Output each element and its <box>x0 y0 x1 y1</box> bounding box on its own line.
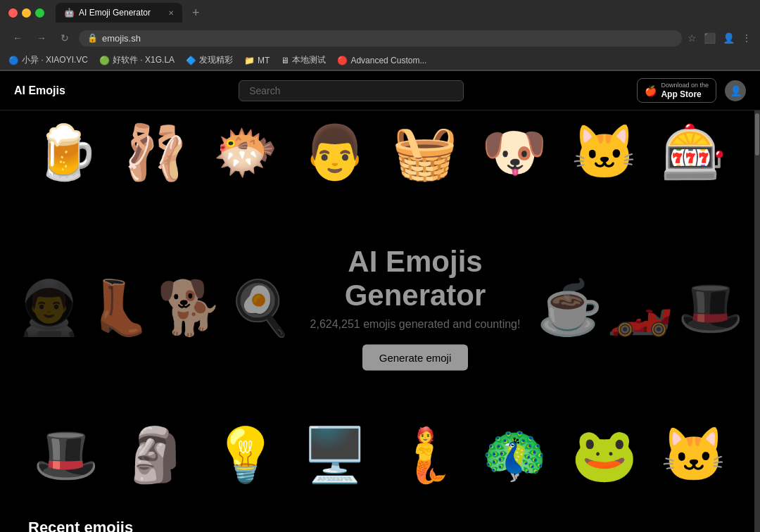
app-wrapper: AI Emojis 🍎 Download on the App Store 👤 … <box>0 71 760 532</box>
emoji-blue-hat[interactable]: 🎩 <box>31 420 101 490</box>
recent-title: Recent emojis <box>28 519 732 532</box>
bookmark-label-1: 好软件 · X1G.LA <box>113 54 175 66</box>
app-store-download-label: Download on the <box>661 82 709 89</box>
active-tab[interactable]: 🤖 AI Emoji Generator ✕ <box>56 3 182 23</box>
close-button[interactable] <box>8 8 18 18</box>
bookmark-icon-2: 🔷 <box>186 56 196 65</box>
hero-title: AI Emojis Generator <box>296 245 535 312</box>
emoji-peacock-feather[interactable]: 🦚 <box>479 420 550 490</box>
search-input[interactable] <box>239 80 464 101</box>
bookmark-faxian[interactable]: 🔷 发现精彩 <box>186 54 233 66</box>
main-content[interactable]: 🍺 🩰 🐡 👨 🧺 🐶 🐱 🎰 👨‍🚀 👢 🐕 🍳 AI Emojis Gene… <box>0 110 760 532</box>
emoji-dog-headphones[interactable]: 🐕 <box>155 272 225 343</box>
title-bar: 🤖 AI Emoji Generator ✕ + <box>0 0 760 25</box>
hero-section: 👨‍🚀 👢 🐕 🍳 AI Emojis Generator 2,624,251 … <box>0 202 760 413</box>
browser-chrome: 🤖 AI Emoji Generator ✕ + ← → ↻ 🔒 emojis.… <box>0 0 760 71</box>
emoji-top-hat-man[interactable]: 🎩 <box>676 272 746 343</box>
emoji-astronaut[interactable]: 👨‍🚀 <box>14 272 84 343</box>
emoji-fish[interactable]: 🐡 <box>210 118 281 188</box>
bookmark-icon-4: 🖥 <box>281 56 289 65</box>
emoji-row-2-bg: 👨‍🚀 👢 🐕 🍳 AI Emojis Generator 2,624,251 … <box>0 224 760 392</box>
app-store-text: Download on the App Store <box>661 82 709 99</box>
nav-icons: ☆ ⬛ 👤 ⋮ <box>688 32 752 44</box>
emoji-boot[interactable]: 👢 <box>84 272 155 343</box>
tab-area: 🤖 AI Emoji Generator ✕ + <box>56 3 205 23</box>
tab-favicon: 🤖 <box>64 8 75 18</box>
bookmark-label-0: 小异 · XIAOYI.VC <box>22 54 88 66</box>
emoji-egg[interactable]: 🍳 <box>225 272 296 343</box>
tab-title: AI Emoji Generator <box>79 8 151 18</box>
emoji-cat-hat[interactable]: 🐱 <box>569 118 640 188</box>
apple-icon: 🍎 <box>645 85 657 96</box>
app-store-label: App Store <box>661 89 701 99</box>
emoji-frog-soldier[interactable]: 🐸 <box>569 420 640 490</box>
profile-icon[interactable]: 👤 <box>723 32 735 44</box>
emoji-mermaid[interactable]: 🧜 <box>390 420 460 490</box>
minimize-button[interactable] <box>22 8 31 18</box>
bookmark-label-2: 发现精彩 <box>199 54 233 66</box>
emoji-section-bottom: 🎩 🗿 💡 🖥️ 🧜 🦚 🐸 🐱 <box>0 413 760 505</box>
bookmark-local[interactable]: 🖥 本地测试 <box>281 54 326 66</box>
search-container <box>65 80 638 101</box>
maximize-button[interactable] <box>35 8 44 18</box>
hero-subtitle: 2,624,251 emojis generated and counting! <box>296 318 535 331</box>
emoji-cat-2[interactable]: 🐱 <box>659 420 729 490</box>
forward-button[interactable]: → <box>32 31 51 45</box>
bookmark-mt[interactable]: 📁 MT <box>244 56 270 65</box>
emoji-machine[interactable]: 🎰 <box>659 118 729 188</box>
nav-bar: ← → ↻ 🔒 emojis.sh ☆ ⬛ 👤 ⋮ <box>0 25 760 51</box>
emoji-row-1: 🍺 🩰 🐡 👨 🧺 🐶 🐱 🎰 <box>0 118 760 188</box>
scroll-thumb <box>755 113 759 156</box>
url-display: emojis.sh <box>102 33 141 44</box>
emoji-lightbulb[interactable]: 💡 <box>210 420 281 490</box>
tab-close-button[interactable]: ✕ <box>168 9 174 17</box>
emoji-man[interactable]: 👨 <box>300 118 370 188</box>
bookmark-icon-0: 🔵 <box>8 56 19 65</box>
emoji-coffee-machine[interactable]: ☕ <box>535 272 605 343</box>
app-store-button[interactable]: 🍎 Download on the App Store <box>637 78 716 103</box>
emoji-row-3: 🎩 🗿 💡 🖥️ 🧜 🦚 🐸 🐱 <box>0 420 760 490</box>
bookmark-advanced[interactable]: 🔴 Advanced Custom... <box>337 56 426 65</box>
menu-icon[interactable]: ⋮ <box>742 32 752 44</box>
header-right: 🍎 Download on the App Store 👤 <box>637 78 746 103</box>
bookmark-icon-5: 🔴 <box>337 56 348 65</box>
emoji-section-top: 🍺 🩰 🐡 👨 🧺 🐶 🐱 🎰 <box>0 110 760 202</box>
back-button[interactable]: ← <box>8 31 27 45</box>
new-tab-button[interactable]: + <box>186 6 205 20</box>
window-controls <box>8 8 44 18</box>
bookmarks-bar: 🔵 小异 · XIAOYI.VC 🟢 好软件 · X1G.LA 🔷 发现精彩 📁… <box>0 51 760 70</box>
generate-button[interactable]: Generate emoji <box>362 345 469 371</box>
bookmark-icon[interactable]: ☆ <box>688 32 697 44</box>
user-avatar[interactable]: 👤 <box>725 80 746 101</box>
bookmark-xiaoyi[interactable]: 🔵 小异 · XIAOYI.VC <box>8 54 88 66</box>
address-bar[interactable]: 🔒 emojis.sh <box>79 30 682 46</box>
hero-content: AI Emojis Generator 2,624,251 emojis gen… <box>296 224 535 392</box>
emoji-dog[interactable]: 🐶 <box>479 118 550 188</box>
bookmark-icon-1: 🟢 <box>99 56 110 65</box>
bookmark-x1g[interactable]: 🟢 好软件 · X1G.LA <box>99 54 175 66</box>
bookmark-icon-3: 📁 <box>244 56 255 65</box>
emoji-drink[interactable]: 🍺 <box>31 118 101 188</box>
emoji-computer[interactable]: 🖥️ <box>300 420 370 490</box>
app-header: AI Emojis 🍎 Download on the App Store 👤 <box>0 71 760 110</box>
app-logo: AI Emojis <box>14 84 65 97</box>
scroll-indicator[interactable] <box>754 110 760 532</box>
bookmark-label-5: Advanced Custom... <box>350 56 426 65</box>
bookmark-label-4: 本地测试 <box>292 54 326 66</box>
emoji-head-white[interactable]: 🗿 <box>120 420 191 490</box>
emoji-racing-car[interactable]: 🏎️ <box>605 272 676 343</box>
refresh-button[interactable]: ↻ <box>56 31 73 45</box>
emoji-ballet[interactable]: 🩰 <box>120 118 191 188</box>
emoji-basket[interactable]: 🧺 <box>390 118 460 188</box>
recent-section: Recent emojis 👩‍🦱 👩 👧 🏴‍☠️ 👩‍🦳 🏛️ <box>0 505 760 532</box>
extensions-icon[interactable]: ⬛ <box>704 32 716 44</box>
bookmark-label-3: MT <box>258 56 270 65</box>
